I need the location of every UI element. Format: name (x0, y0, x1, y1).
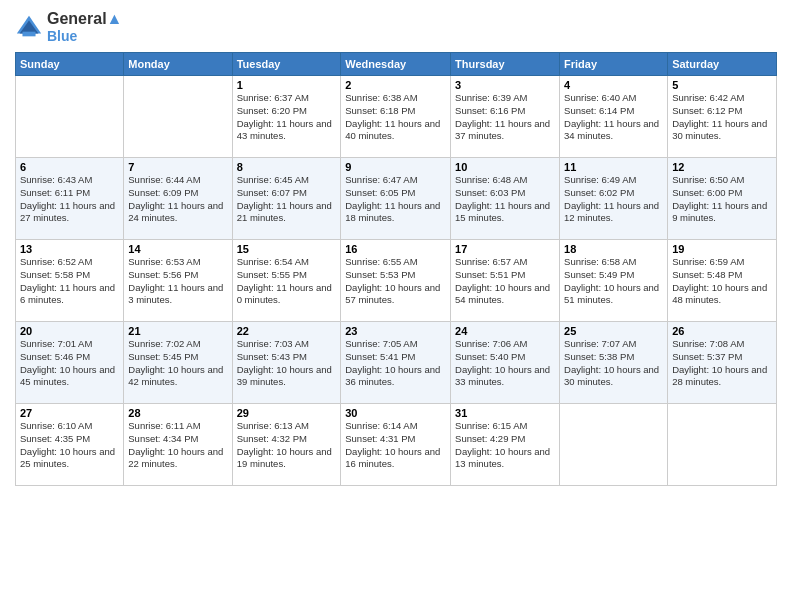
calendar-cell: 28Sunrise: 6:11 AM Sunset: 4:34 PM Dayli… (124, 404, 232, 486)
day-info: Sunrise: 6:13 AM Sunset: 4:32 PM Dayligh… (237, 420, 337, 471)
weekday-header-saturday: Saturday (668, 53, 777, 76)
weekday-header-monday: Monday (124, 53, 232, 76)
day-info: Sunrise: 6:43 AM Sunset: 6:11 PM Dayligh… (20, 174, 119, 225)
day-info: Sunrise: 7:05 AM Sunset: 5:41 PM Dayligh… (345, 338, 446, 389)
day-info: Sunrise: 6:49 AM Sunset: 6:02 PM Dayligh… (564, 174, 663, 225)
day-number: 3 (455, 79, 555, 91)
week-row-2: 6Sunrise: 6:43 AM Sunset: 6:11 PM Daylig… (16, 158, 777, 240)
day-info: Sunrise: 6:53 AM Sunset: 5:56 PM Dayligh… (128, 256, 227, 307)
calendar-cell: 23Sunrise: 7:05 AM Sunset: 5:41 PM Dayli… (341, 322, 451, 404)
day-number: 19 (672, 243, 772, 255)
calendar-cell: 25Sunrise: 7:07 AM Sunset: 5:38 PM Dayli… (560, 322, 668, 404)
day-info: Sunrise: 7:01 AM Sunset: 5:46 PM Dayligh… (20, 338, 119, 389)
calendar-cell: 22Sunrise: 7:03 AM Sunset: 5:43 PM Dayli… (232, 322, 341, 404)
calendar-cell: 13Sunrise: 6:52 AM Sunset: 5:58 PM Dayli… (16, 240, 124, 322)
calendar-cell (124, 76, 232, 158)
day-info: Sunrise: 6:44 AM Sunset: 6:09 PM Dayligh… (128, 174, 227, 225)
day-info: Sunrise: 6:38 AM Sunset: 6:18 PM Dayligh… (345, 92, 446, 143)
calendar-cell: 15Sunrise: 6:54 AM Sunset: 5:55 PM Dayli… (232, 240, 341, 322)
day-number: 11 (564, 161, 663, 173)
day-info: Sunrise: 6:50 AM Sunset: 6:00 PM Dayligh… (672, 174, 772, 225)
day-info: Sunrise: 6:10 AM Sunset: 4:35 PM Dayligh… (20, 420, 119, 471)
day-info: Sunrise: 7:06 AM Sunset: 5:40 PM Dayligh… (455, 338, 555, 389)
day-number: 1 (237, 79, 337, 91)
calendar-cell: 16Sunrise: 6:55 AM Sunset: 5:53 PM Dayli… (341, 240, 451, 322)
calendar-cell: 1Sunrise: 6:37 AM Sunset: 6:20 PM Daylig… (232, 76, 341, 158)
calendar-cell: 3Sunrise: 6:39 AM Sunset: 6:16 PM Daylig… (451, 76, 560, 158)
calendar-cell: 12Sunrise: 6:50 AM Sunset: 6:00 PM Dayli… (668, 158, 777, 240)
calendar-cell: 27Sunrise: 6:10 AM Sunset: 4:35 PM Dayli… (16, 404, 124, 486)
calendar-table: SundayMondayTuesdayWednesdayThursdayFrid… (15, 52, 777, 486)
logo: General▲ Blue (15, 10, 122, 44)
day-info: Sunrise: 6:42 AM Sunset: 6:12 PM Dayligh… (672, 92, 772, 143)
weekday-header-sunday: Sunday (16, 53, 124, 76)
logo-icon (15, 13, 43, 41)
calendar-cell: 4Sunrise: 6:40 AM Sunset: 6:14 PM Daylig… (560, 76, 668, 158)
calendar-cell: 8Sunrise: 6:45 AM Sunset: 6:07 PM Daylig… (232, 158, 341, 240)
calendar-cell: 10Sunrise: 6:48 AM Sunset: 6:03 PM Dayli… (451, 158, 560, 240)
calendar-cell: 14Sunrise: 6:53 AM Sunset: 5:56 PM Dayli… (124, 240, 232, 322)
day-number: 31 (455, 407, 555, 419)
calendar-cell (560, 404, 668, 486)
day-number: 28 (128, 407, 227, 419)
day-number: 24 (455, 325, 555, 337)
day-info: Sunrise: 6:47 AM Sunset: 6:05 PM Dayligh… (345, 174, 446, 225)
day-info: Sunrise: 6:45 AM Sunset: 6:07 PM Dayligh… (237, 174, 337, 225)
day-info: Sunrise: 6:48 AM Sunset: 6:03 PM Dayligh… (455, 174, 555, 225)
day-number: 16 (345, 243, 446, 255)
day-info: Sunrise: 6:11 AM Sunset: 4:34 PM Dayligh… (128, 420, 227, 471)
day-number: 29 (237, 407, 337, 419)
day-number: 14 (128, 243, 227, 255)
svg-rect-2 (22, 32, 35, 37)
calendar-cell: 2Sunrise: 6:38 AM Sunset: 6:18 PM Daylig… (341, 76, 451, 158)
day-info: Sunrise: 6:40 AM Sunset: 6:14 PM Dayligh… (564, 92, 663, 143)
page: General▲ Blue SundayMondayTuesdayWednesd… (0, 0, 792, 612)
day-info: Sunrise: 6:54 AM Sunset: 5:55 PM Dayligh… (237, 256, 337, 307)
day-number: 9 (345, 161, 446, 173)
calendar-cell: 20Sunrise: 7:01 AM Sunset: 5:46 PM Dayli… (16, 322, 124, 404)
day-info: Sunrise: 6:39 AM Sunset: 6:16 PM Dayligh… (455, 92, 555, 143)
week-row-1: 1Sunrise: 6:37 AM Sunset: 6:20 PM Daylig… (16, 76, 777, 158)
weekday-header-thursday: Thursday (451, 53, 560, 76)
day-number: 22 (237, 325, 337, 337)
day-number: 17 (455, 243, 555, 255)
calendar-cell: 5Sunrise: 6:42 AM Sunset: 6:12 PM Daylig… (668, 76, 777, 158)
calendar-cell (16, 76, 124, 158)
day-number: 10 (455, 161, 555, 173)
day-info: Sunrise: 6:14 AM Sunset: 4:31 PM Dayligh… (345, 420, 446, 471)
week-row-5: 27Sunrise: 6:10 AM Sunset: 4:35 PM Dayli… (16, 404, 777, 486)
day-info: Sunrise: 6:37 AM Sunset: 6:20 PM Dayligh… (237, 92, 337, 143)
calendar-cell: 21Sunrise: 7:02 AM Sunset: 5:45 PM Dayli… (124, 322, 232, 404)
day-info: Sunrise: 6:57 AM Sunset: 5:51 PM Dayligh… (455, 256, 555, 307)
day-number: 2 (345, 79, 446, 91)
day-number: 4 (564, 79, 663, 91)
day-info: Sunrise: 7:07 AM Sunset: 5:38 PM Dayligh… (564, 338, 663, 389)
weekday-header-row: SundayMondayTuesdayWednesdayThursdayFrid… (16, 53, 777, 76)
calendar-cell: 18Sunrise: 6:58 AM Sunset: 5:49 PM Dayli… (560, 240, 668, 322)
day-info: Sunrise: 7:02 AM Sunset: 5:45 PM Dayligh… (128, 338, 227, 389)
calendar-cell (668, 404, 777, 486)
day-number: 18 (564, 243, 663, 255)
day-number: 6 (20, 161, 119, 173)
weekday-header-friday: Friday (560, 53, 668, 76)
calendar-cell: 11Sunrise: 6:49 AM Sunset: 6:02 PM Dayli… (560, 158, 668, 240)
day-number: 27 (20, 407, 119, 419)
day-info: Sunrise: 6:58 AM Sunset: 5:49 PM Dayligh… (564, 256, 663, 307)
weekday-header-tuesday: Tuesday (232, 53, 341, 76)
day-number: 21 (128, 325, 227, 337)
day-number: 26 (672, 325, 772, 337)
day-info: Sunrise: 6:52 AM Sunset: 5:58 PM Dayligh… (20, 256, 119, 307)
calendar-cell: 31Sunrise: 6:15 AM Sunset: 4:29 PM Dayli… (451, 404, 560, 486)
header: General▲ Blue (15, 10, 777, 44)
day-info: Sunrise: 6:59 AM Sunset: 5:48 PM Dayligh… (672, 256, 772, 307)
day-number: 23 (345, 325, 446, 337)
calendar-cell: 9Sunrise: 6:47 AM Sunset: 6:05 PM Daylig… (341, 158, 451, 240)
calendar-cell: 7Sunrise: 6:44 AM Sunset: 6:09 PM Daylig… (124, 158, 232, 240)
calendar-cell: 17Sunrise: 6:57 AM Sunset: 5:51 PM Dayli… (451, 240, 560, 322)
day-number: 12 (672, 161, 772, 173)
calendar-cell: 19Sunrise: 6:59 AM Sunset: 5:48 PM Dayli… (668, 240, 777, 322)
calendar-cell: 29Sunrise: 6:13 AM Sunset: 4:32 PM Dayli… (232, 404, 341, 486)
day-number: 7 (128, 161, 227, 173)
day-info: Sunrise: 7:03 AM Sunset: 5:43 PM Dayligh… (237, 338, 337, 389)
day-info: Sunrise: 7:08 AM Sunset: 5:37 PM Dayligh… (672, 338, 772, 389)
